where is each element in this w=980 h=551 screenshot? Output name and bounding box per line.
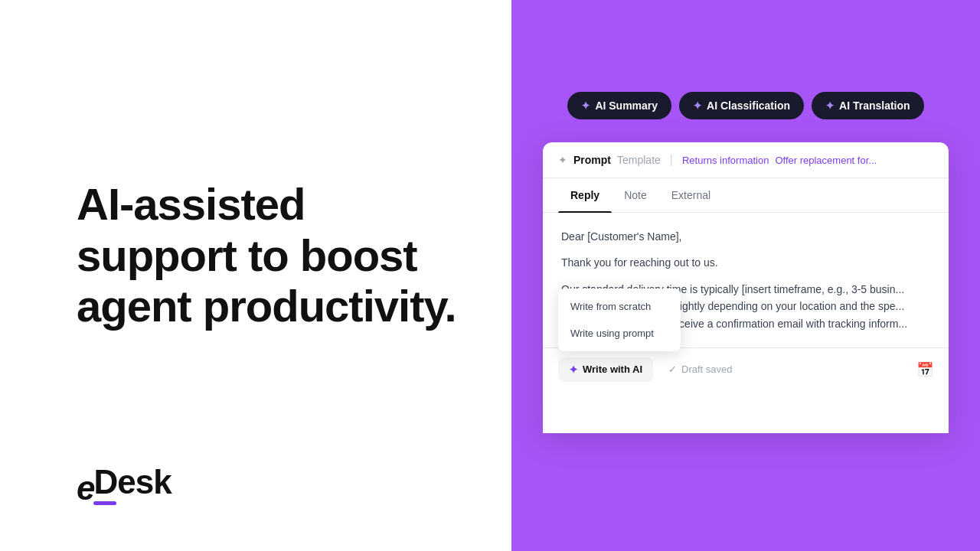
email-para1: Thank you for reaching out to us.	[561, 254, 930, 271]
write-using-prompt-item[interactable]: Write using prompt	[558, 320, 681, 347]
write-ai-label: Write with AI	[583, 364, 642, 375]
tab-note[interactable]: Note	[612, 178, 659, 212]
returns-tag[interactable]: Returns information	[682, 155, 769, 166]
calendar-icon[interactable]: 📅	[916, 361, 933, 378]
hero-section: AI-assisted support to boost agent produ…	[77, 46, 466, 465]
check-icon: ✓	[668, 364, 677, 375]
right-panel: ✦ AI Summary ✦ AI Classification ✦ AI Tr…	[511, 0, 980, 551]
offer-tag[interactable]: Offer replacement for...	[775, 155, 877, 166]
ai-summary-pill[interactable]: ✦ AI Summary	[567, 92, 671, 119]
sparkle-icon: ✦	[693, 99, 702, 112]
template-label: Template	[617, 154, 661, 166]
hero-line1: AI-assisted	[77, 179, 305, 229]
draft-saved-status: ✓ Draft saved	[668, 364, 732, 375]
edesk-logo: e Desk	[77, 465, 466, 505]
email-toolbar: ✦ Write with AI ✓ Draft saved 📅 Write fr…	[543, 347, 949, 391]
write-with-ai-button[interactable]: ✦ Write with AI	[558, 357, 653, 382]
ai-classification-pill[interactable]: ✦ AI Classification	[679, 92, 804, 119]
logo-e: e	[77, 471, 93, 505]
prompt-sparkle-icon: ✦	[558, 154, 567, 166]
logo-desk: Desk	[93, 465, 171, 499]
tabs-row: Reply Note External	[543, 178, 949, 213]
ai-summary-label: AI Summary	[595, 99, 658, 112]
left-panel: AI-assisted support to boost agent produ…	[0, 0, 511, 551]
logo-right: Desk	[93, 465, 171, 505]
prompt-label: Prompt	[573, 154, 611, 166]
write-from-scratch-item[interactable]: Write from scratch	[558, 293, 681, 320]
sparkle-icon: ✦	[581, 99, 590, 112]
ai-translation-pill[interactable]: ✦ AI Translation	[812, 92, 924, 119]
ai-classification-label: AI Classification	[707, 99, 790, 112]
write-ai-sparkle-icon: ✦	[569, 364, 578, 376]
email-greeting: Dear [Customer's Name],	[561, 228, 930, 245]
prompt-divider: |	[670, 153, 673, 167]
tab-external[interactable]: External	[659, 178, 723, 212]
sparkle-icon: ✦	[825, 99, 835, 112]
tab-reply[interactable]: Reply	[558, 178, 612, 212]
prompt-bar: ✦ Prompt Template | Returns information …	[543, 142, 949, 178]
hero-line2: support to boost	[77, 230, 417, 280]
draft-saved-label: Draft saved	[681, 364, 732, 375]
logo-underline	[93, 501, 116, 505]
ai-translation-label: AI Translation	[839, 99, 910, 112]
hero-heading: AI-assisted support to boost agent produ…	[77, 179, 456, 332]
write-dropdown: Write from scratch Write using prompt	[558, 289, 681, 351]
hero-line3: agent productivity.	[77, 281, 456, 331]
ai-pills-row: ✦ AI Summary ✦ AI Classification ✦ AI Tr…	[567, 92, 923, 119]
main-card: ✦ Prompt Template | Returns information …	[543, 142, 949, 433]
